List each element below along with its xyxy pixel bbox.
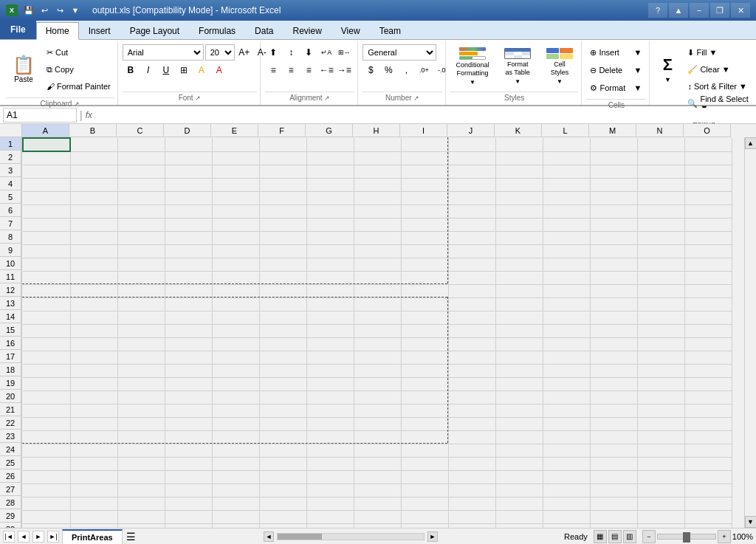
cell-C29[interactable]: [117, 510, 165, 523]
sheet-tab-printareas[interactable]: PrintAreas: [62, 529, 123, 544]
cell-D24[interactable]: [165, 444, 212, 457]
cell-D8[interactable]: [165, 231, 212, 244]
col-header-o[interactable]: O: [684, 124, 731, 137]
cell-O8[interactable]: [684, 231, 732, 244]
cell-G23[interactable]: [306, 430, 354, 444]
cell-H13[interactable]: [354, 297, 401, 311]
cell-H5[interactable]: [354, 191, 401, 204]
cell-O13[interactable]: [684, 297, 732, 311]
scroll-down-btn[interactable]: ▼: [745, 516, 757, 528]
cut-button[interactable]: ✂Cut: [43, 44, 114, 61]
cell-A8[interactable]: [23, 231, 70, 244]
number-format-select[interactable]: General Number Currency Percentage: [362, 44, 436, 61]
cell-A14[interactable]: [23, 311, 70, 324]
cell-E12[interactable]: [212, 284, 259, 297]
cell-M11[interactable]: [590, 271, 637, 284]
cell-O29[interactable]: [684, 510, 732, 523]
cell-K17[interactable]: [495, 351, 543, 364]
customize-quick-btn[interactable]: ▼: [69, 4, 82, 17]
row-header-19[interactable]: 19: [0, 376, 21, 390]
cell-F28[interactable]: [259, 497, 306, 510]
cell-N27[interactable]: [637, 483, 684, 497]
cell-B17[interactable]: [70, 351, 117, 364]
cell-D25[interactable]: [165, 457, 212, 470]
cell-F9[interactable]: [259, 244, 306, 258]
cell-H27[interactable]: [354, 483, 401, 497]
cell-C5[interactable]: [117, 191, 165, 204]
cell-I19[interactable]: [401, 377, 448, 390]
cell-J17[interactable]: [448, 351, 495, 364]
cell-N18[interactable]: [637, 364, 684, 377]
cell-L29[interactable]: [543, 510, 590, 523]
cell-I23[interactable]: [401, 430, 448, 444]
cell-C18[interactable]: [117, 364, 165, 377]
conditional-formatting-dropdown[interactable]: ▼: [470, 79, 475, 86]
cell-D18[interactable]: [165, 364, 212, 377]
cell-K9[interactable]: [495, 244, 543, 258]
cell-I13[interactable]: [401, 297, 448, 311]
cell-A20[interactable]: [23, 390, 70, 404]
cell-E11[interactable]: [212, 271, 259, 284]
cell-F22[interactable]: [259, 417, 306, 430]
cell-D10[interactable]: [165, 258, 212, 271]
cell-I10[interactable]: [401, 258, 448, 271]
cell-C13[interactable]: [117, 297, 165, 311]
tab-review[interactable]: Review: [283, 21, 331, 39]
cell-B5[interactable]: [70, 191, 117, 204]
cell-L23[interactable]: [543, 430, 590, 444]
row-header-14[interactable]: 14: [0, 310, 21, 323]
cell-C25[interactable]: [117, 457, 165, 470]
cell-K3[interactable]: [495, 165, 543, 178]
cell-O21[interactable]: [684, 404, 732, 417]
cell-O22[interactable]: [684, 417, 732, 430]
font-color-btn[interactable]: A: [211, 62, 227, 78]
cell-J28[interactable]: [448, 497, 495, 510]
cell-E17[interactable]: [212, 351, 259, 364]
cell-F19[interactable]: [259, 377, 306, 390]
cell-N20[interactable]: [637, 390, 684, 404]
cell-L4[interactable]: [543, 178, 590, 191]
col-header-m[interactable]: M: [589, 124, 636, 137]
cell-K23[interactable]: [495, 430, 543, 444]
cell-E6[interactable]: [212, 204, 259, 218]
cell-M17[interactable]: [590, 351, 637, 364]
cell-G25[interactable]: [306, 457, 354, 470]
cell-B26[interactable]: [70, 470, 117, 483]
cell-B30[interactable]: [70, 523, 117, 528]
cell-B19[interactable]: [70, 377, 117, 390]
cell-J2[interactable]: [448, 151, 495, 165]
cell-N8[interactable]: [637, 231, 684, 244]
cell-J4[interactable]: [448, 178, 495, 191]
cell-K24[interactable]: [495, 444, 543, 457]
cell-N26[interactable]: [637, 470, 684, 483]
cell-O5[interactable]: [684, 191, 732, 204]
cell-N29[interactable]: [637, 510, 684, 523]
cell-D17[interactable]: [165, 351, 212, 364]
cell-D21[interactable]: [165, 404, 212, 417]
format-as-table-button[interactable]: Formatas Table ▼: [498, 45, 538, 88]
scroll-bar-h-track[interactable]: [277, 533, 425, 540]
cell-A17[interactable]: [23, 351, 70, 364]
conditional-formatting-button[interactable]: ConditionalFormatting ▼: [450, 45, 495, 88]
cell-N28[interactable]: [637, 497, 684, 510]
cell-G13[interactable]: [306, 297, 354, 311]
cell-J7[interactable]: [448, 218, 495, 231]
cell-I27[interactable]: [401, 483, 448, 497]
cell-J13[interactable]: [448, 297, 495, 311]
zoom-in-btn[interactable]: +: [718, 530, 731, 543]
cell-A29[interactable]: [23, 510, 70, 523]
col-header-k[interactable]: K: [495, 124, 542, 137]
cell-B11[interactable]: [70, 271, 117, 284]
cell-N1[interactable]: [637, 138, 684, 151]
cell-D14[interactable]: [165, 311, 212, 324]
clear-button[interactable]: 🧹Clear ▼: [684, 61, 753, 78]
cell-F17[interactable]: [259, 351, 306, 364]
cell-E26[interactable]: [212, 470, 259, 483]
cell-L8[interactable]: [543, 231, 590, 244]
cell-O26[interactable]: [684, 470, 732, 483]
cell-A26[interactable]: [23, 470, 70, 483]
format-cells-button[interactable]: ⚙ Format ▼: [586, 80, 645, 96]
cell-K8[interactable]: [495, 231, 543, 244]
cell-F6[interactable]: [259, 204, 306, 218]
bold-btn[interactable]: B: [123, 62, 139, 78]
